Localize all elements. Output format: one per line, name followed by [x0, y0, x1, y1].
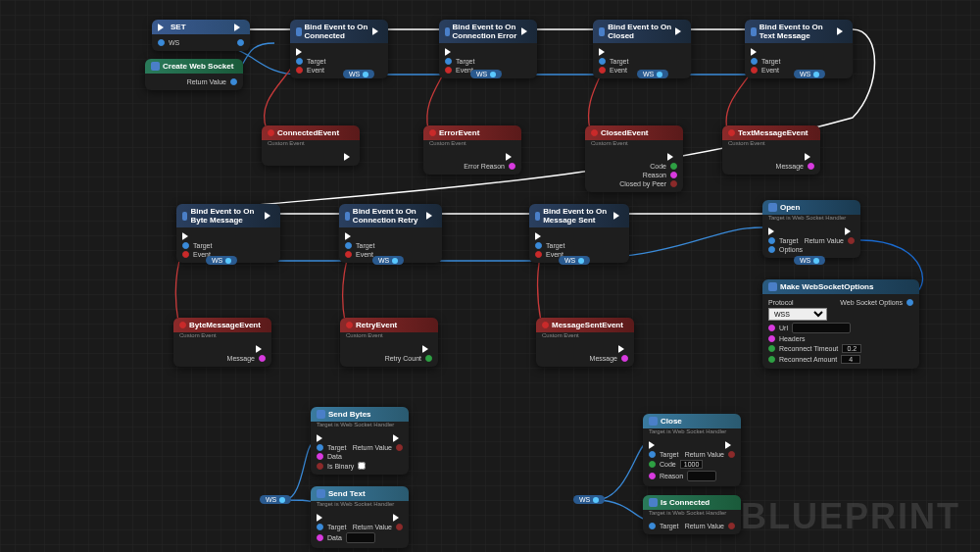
bind-icon: [345, 212, 350, 221]
func-icon: [151, 62, 160, 71]
bind-icon: [599, 27, 605, 36]
make-icon: [768, 282, 777, 291]
node-close[interactable]: Close Target is Web Socket Handler Targe…: [643, 414, 741, 486]
node-create-websocket[interactable]: Create Web Socket Return Value: [145, 59, 243, 90]
close-reason-input[interactable]: [687, 471, 716, 481]
reconnect-timeout-value[interactable]: 0.2: [842, 344, 861, 353]
url-input[interactable]: [792, 323, 851, 333]
ws-reroute[interactable]: WS: [794, 256, 825, 265]
node-connectedevent[interactable]: ConnectedEvent Custom Event: [262, 125, 360, 166]
ws-reroute[interactable]: WS: [637, 70, 668, 78]
func-icon: [768, 203, 777, 212]
node-messagesentevent[interactable]: MessageSentEvent Custom Event Message: [536, 318, 634, 367]
node-sendbytes[interactable]: Send Bytes Target is Web Socket Handler …: [311, 407, 409, 475]
func-icon: [649, 417, 658, 426]
sendtext-data-input[interactable]: [346, 532, 375, 543]
set-title: SET: [171, 23, 186, 31]
ws-reroute[interactable]: WS: [559, 256, 590, 265]
reconnect-amount-value[interactable]: 4: [841, 355, 860, 364]
ws-reroute[interactable]: WS: [343, 70, 374, 78]
protocol-select[interactable]: WSS: [768, 308, 827, 321]
node-bytemessageevent[interactable]: ByteMessageEvent Custom Event Message: [173, 318, 271, 367]
node-retryevent[interactable]: RetryEvent Custom Event Retry Count: [340, 318, 438, 367]
node-open[interactable]: Open Target is Web Socket Handler Target…: [762, 200, 860, 258]
node-closedevent[interactable]: ClosedEvent Custom Event Code Reason Clo…: [585, 125, 683, 192]
bind-icon: [535, 212, 540, 221]
node-sendtext[interactable]: Send Text Target is Web Socket Handler T…: [311, 486, 409, 548]
bind-icon: [751, 27, 757, 36]
close-code-value[interactable]: 1000: [680, 460, 704, 469]
bind-icon: [182, 212, 187, 221]
node-errorevent[interactable]: ErrorEvent Custom Event Error Reason: [423, 125, 521, 175]
func-icon: [317, 410, 325, 419]
isbinary-checkbox[interactable]: [358, 462, 366, 470]
watermark: BLUEPRINT: [741, 496, 960, 537]
node-textmessageevent[interactable]: TextMessageEvent Custom Event Message: [722, 125, 820, 175]
ws-reroute[interactable]: WS: [372, 256, 404, 265]
bind-icon: [296, 27, 302, 36]
ws-reroute[interactable]: WS: [470, 70, 502, 78]
ws-reroute[interactable]: WS: [573, 495, 605, 504]
node-bind-onbytemessage[interactable]: Bind Event to On Byte Message Target Eve…: [176, 204, 280, 263]
ws-reroute[interactable]: WS: [206, 256, 237, 265]
node-bind-onconnectionretry[interactable]: Bind Event to On Connection Retry Target…: [339, 204, 442, 263]
func-icon: [317, 489, 325, 498]
node-bind-onconnected[interactable]: Bind Event to On Connected Target Event: [290, 20, 388, 78]
node-isconnected[interactable]: Is Connected Target is Web Socket Handle…: [643, 495, 741, 534]
func-icon: [649, 498, 658, 507]
ws-reroute[interactable]: WS: [260, 495, 291, 504]
node-set[interactable]: SET WS: [152, 20, 250, 51]
bind-icon: [445, 27, 450, 36]
node-make-websocketoptions[interactable]: Make WebSocketOptions ProtocolWeb Socket…: [762, 279, 919, 369]
ws-reroute[interactable]: WS: [794, 70, 825, 78]
node-bind-onmessagesent[interactable]: Bind Event to On Message Sent Target Eve…: [529, 204, 629, 263]
